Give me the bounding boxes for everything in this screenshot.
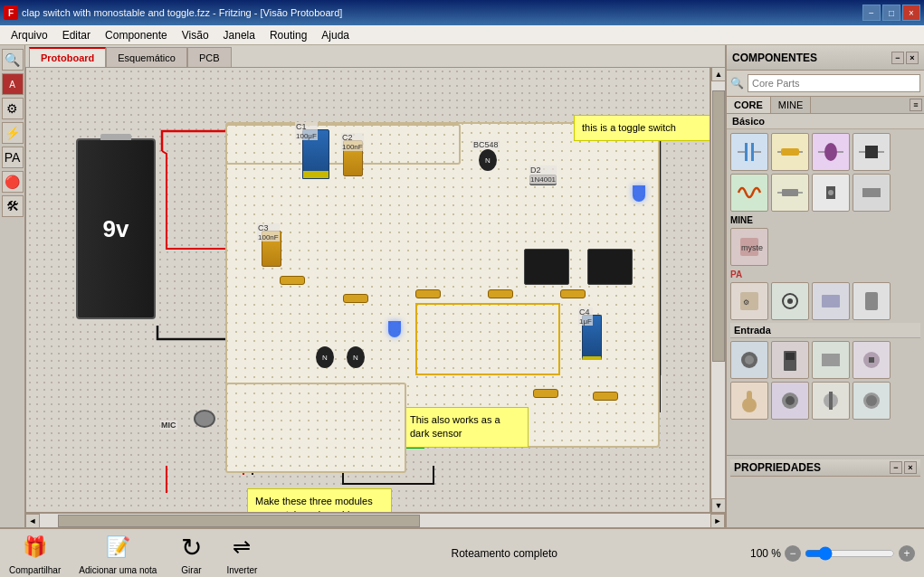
sidebar-icon-5[interactable]: PA	[2, 147, 24, 168]
part-entrada-4[interactable]	[853, 341, 891, 379]
part-item-1[interactable]	[730, 133, 768, 171]
titlebar: F clap switch with monostable and toggle…	[0, 0, 924, 25]
part-entrada-7[interactable]	[812, 382, 850, 420]
scroll-down-button[interactable]: ▼	[711, 498, 726, 513]
resistor-8	[533, 389, 558, 398]
part-item-pa-3[interactable]	[812, 282, 850, 320]
scroll-track[interactable]	[711, 81, 725, 498]
pa-label: PA	[730, 270, 762, 279]
part-item-7[interactable]	[812, 174, 850, 212]
prop-close-button[interactable]: ×	[904, 461, 917, 474]
svg-point-21	[828, 190, 834, 195]
menu-ajuda[interactable]: Ajuda	[314, 27, 357, 43]
transistor-bc548: N	[479, 149, 497, 171]
prop-minimize-button[interactable]: −	[890, 461, 902, 474]
part-entrada-5[interactable]	[730, 382, 768, 420]
tab-pcb[interactable]: PCB	[187, 47, 232, 67]
zoom-label: 100 %	[750, 547, 781, 560]
zoom-slider[interactable]	[805, 546, 895, 561]
sidebar-icon-7[interactable]: 🛠	[2, 195, 24, 217]
menu-routing[interactable]: Routing	[262, 27, 314, 43]
svg-rect-4	[745, 143, 748, 161]
flip-button[interactable]: ⇌ Inverter	[225, 531, 258, 575]
sidebar-icon-6[interactable]: 🔴	[2, 171, 24, 193]
panel-close-button[interactable]: ×	[906, 52, 919, 64]
vertical-scrollbar[interactable]: ▲ ▼	[710, 67, 725, 513]
parts-row-1	[730, 133, 920, 171]
part-item-8[interactable]	[853, 174, 891, 212]
sidebar-icon-2[interactable]: A	[2, 73, 24, 95]
callout-dark-sensor: This also works as a dark sensor	[402, 407, 529, 448]
ic-chip-2	[587, 249, 633, 285]
zoom-out-button[interactable]: −	[785, 545, 801, 562]
sidebar-icon-3[interactable]: ⚙	[2, 98, 24, 119]
part-item-5[interactable]	[730, 174, 768, 212]
svg-rect-14	[865, 146, 878, 158]
hscroll-thumb[interactable]	[58, 515, 420, 527]
search-input[interactable]	[748, 74, 920, 92]
part-entrada-3[interactable]	[812, 341, 850, 379]
menu-arquivo[interactable]: Arquivo	[4, 27, 55, 43]
callout-modules: Make these three modules separately and …	[247, 488, 392, 513]
sidebar-icon-1[interactable]: 🔍	[2, 49, 24, 71]
breadboard-small-bottom[interactable]	[225, 383, 406, 473]
tab-protoboard[interactable]: Protoboard	[29, 47, 106, 67]
horizontal-scrollbar[interactable]: ◄ ►	[25, 513, 725, 527]
part-entrada-1[interactable]	[730, 341, 768, 379]
part-entrada-6[interactable]	[771, 382, 809, 420]
svg-rect-38	[869, 357, 874, 363]
parts-menu-button[interactable]: ≡	[910, 99, 922, 111]
search-bar: 🔍	[727, 71, 924, 97]
part-entrada-2[interactable]	[771, 341, 809, 379]
tab-esquematico[interactable]: Esquemático	[106, 47, 187, 67]
part-item-6[interactable]	[771, 174, 809, 212]
resistor-1	[280, 276, 305, 285]
scroll-right-button[interactable]: ►	[710, 514, 725, 528]
callout-toggle: this is a toggle switch	[574, 115, 710, 141]
sidebar-icon-4[interactable]: ⚡	[2, 122, 24, 144]
part-item-pa-1[interactable]: ⚙	[730, 282, 768, 320]
menu-componente[interactable]: Componente	[98, 27, 175, 43]
share-button[interactable]: 🎁 Compartilhar	[9, 531, 61, 575]
part-item-mystery[interactable]: mystery	[730, 228, 768, 266]
menu-editar[interactable]: Editar	[55, 27, 98, 43]
close-button[interactable]: ×	[902, 5, 920, 21]
parts-grid: MINE mystery PA ⚙	[727, 129, 924, 455]
part-entrada-8[interactable]	[853, 382, 891, 420]
part-item-pa-2[interactable]	[771, 282, 809, 320]
scroll-left-button[interactable]: ◄	[25, 514, 40, 528]
part-item-3[interactable]	[812, 133, 850, 171]
canvas-viewport[interactable]: 9v C1100μF	[25, 67, 710, 513]
menu-visao[interactable]: Visão	[175, 27, 216, 43]
label-mic: MIC	[160, 421, 177, 430]
maximize-button[interactable]: □	[882, 5, 900, 21]
parts-tab-core[interactable]: CORE	[727, 97, 771, 113]
propriedades-panel: PROPRIEDADES − ×	[727, 455, 924, 527]
minimize-button[interactable]: −	[862, 5, 881, 21]
search-icon: 🔍	[730, 77, 744, 90]
transistor-2: N	[347, 346, 365, 368]
microphone	[194, 410, 215, 428]
scroll-thumb[interactable]	[712, 90, 725, 362]
part-item-4[interactable]	[853, 133, 891, 171]
svg-line-23	[858, 179, 867, 184]
svg-rect-8	[781, 148, 799, 156]
zoom-in-button[interactable]: +	[899, 545, 915, 562]
part-item-2[interactable]	[771, 133, 809, 171]
hscroll-track[interactable]	[40, 514, 710, 527]
parts-tab-mine[interactable]: MINE	[771, 97, 812, 113]
add-note-button[interactable]: 📝 Adicionar uma nota	[79, 531, 157, 575]
panel-minimize-button[interactable]: −	[891, 52, 904, 64]
label-c4: C41μF	[578, 307, 593, 326]
label-c1: C1100μF	[295, 122, 318, 140]
scroll-up-button[interactable]: ▲	[711, 67, 726, 81]
rotate-button[interactable]: ↻ Girar	[175, 531, 207, 575]
rotate-icon: ↻	[175, 531, 207, 563]
label-c3: C3100nF	[257, 223, 280, 241]
window-controls[interactable]: − □ ×	[862, 5, 920, 21]
rotate-label: Girar	[181, 565, 201, 575]
svg-rect-17	[782, 189, 798, 196]
part-item-pa-4[interactable]	[853, 282, 891, 320]
breadboard-yellow-frame[interactable]	[415, 303, 560, 375]
menu-janela[interactable]: Janela	[216, 27, 262, 43]
